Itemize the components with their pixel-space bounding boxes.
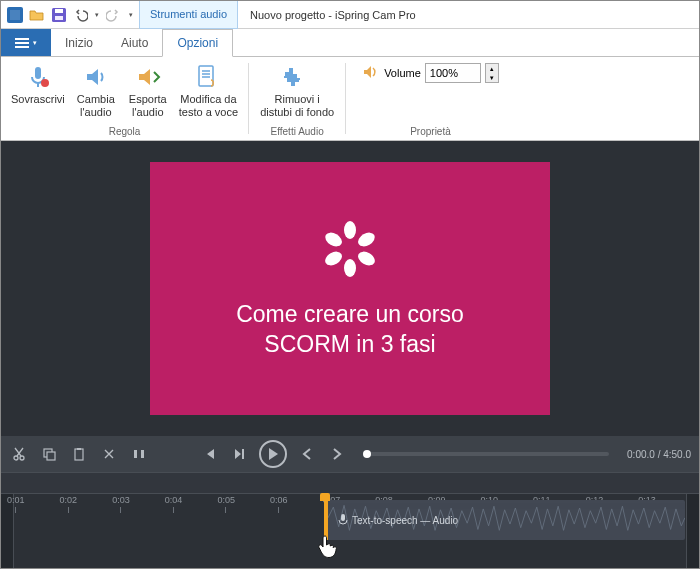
playhead[interactable] [324, 494, 326, 554]
svg-point-14 [356, 248, 378, 267]
time-ruler[interactable]: 0:01 0:02 0:03 0:04 0:05 0:06 0:07 0:08 … [1, 472, 699, 494]
export-audio-button[interactable]: Esporta l'audio [123, 61, 173, 120]
svg-point-19 [20, 456, 24, 460]
svg-rect-7 [15, 46, 29, 48]
svg-point-16 [323, 248, 345, 267]
svg-rect-21 [47, 452, 55, 460]
tab-strip: ▾ Inizio Aiuto Opzioni [1, 29, 699, 57]
redo-icon[interactable] [105, 7, 121, 23]
overwrite-button[interactable]: Sovrascrivi [7, 61, 69, 108]
svg-rect-6 [15, 42, 29, 44]
change-audio-l2: l'audio [80, 106, 111, 119]
slide-text: Come creare un corso SCORM in 3 fasi [236, 300, 464, 360]
titlebar: ▾ ▾ Strumenti audio Nuovo progetto - iSp… [1, 1, 699, 29]
document-tts-icon [197, 63, 219, 91]
save-icon[interactable] [51, 7, 67, 23]
tab-help[interactable]: Aiuto [107, 29, 162, 56]
svg-rect-22 [75, 449, 83, 460]
svg-point-13 [356, 229, 378, 248]
denoise-icon [282, 63, 312, 91]
tts-l1: Modifica da [180, 93, 236, 106]
timeline-tracks: Text-to-speech — Audio [1, 494, 699, 554]
denoise-l1: Rimuovi i [275, 93, 320, 106]
slide-line1: Come creare un corso [236, 300, 464, 330]
svg-point-10 [41, 79, 49, 87]
app-icon [7, 7, 23, 23]
window-title: Nuovo progetto - iSpring Cam Pro [238, 9, 428, 21]
timeline: + 0:01 0:02 0:03 0:04 0:05 0:06 0:07 0:0… [1, 472, 699, 568]
speaker-export-icon [135, 63, 161, 91]
audio-track[interactable]: Text-to-speech — Audio [15, 494, 699, 542]
silence-icon[interactable] [129, 444, 149, 464]
svg-rect-9 [37, 83, 39, 87]
flower-icon [319, 218, 381, 284]
group-label-properties: Proprietà [356, 124, 505, 140]
denoise-l2: distubi di fondo [260, 106, 334, 119]
ribbon: Sovrascrivi Cambia l'audio Esporta l'aud… [1, 57, 699, 141]
export-audio-l2: l'audio [132, 106, 163, 119]
overwrite-label: Sovrascrivi [11, 93, 65, 106]
tab-home[interactable]: Inizio [51, 29, 107, 56]
audio-clip[interactable]: Text-to-speech — Audio [325, 500, 685, 540]
cut-icon[interactable] [9, 444, 29, 464]
skip-start-icon[interactable] [199, 444, 219, 464]
progress-knob[interactable] [363, 450, 371, 458]
volume-icon [362, 64, 380, 82]
svg-rect-5 [15, 38, 29, 40]
list-menu-button[interactable]: ▾ [1, 29, 51, 56]
svg-rect-23 [77, 448, 81, 450]
group-label-adjust: Regola [1, 124, 248, 140]
ribbon-group-properties: Volume ▲▼ Proprietà [346, 57, 515, 140]
undo-icon[interactable] [73, 7, 89, 23]
ribbon-group-adjust: Sovrascrivi Cambia l'audio Esporta l'aud… [1, 57, 248, 140]
svg-rect-25 [141, 450, 144, 458]
paste-icon[interactable] [69, 444, 89, 464]
next-icon[interactable] [327, 444, 347, 464]
svg-point-17 [323, 229, 345, 248]
svg-rect-3 [55, 9, 63, 13]
group-label-effects: Effetti Audio [249, 124, 345, 140]
svg-point-15 [344, 259, 356, 277]
quick-access-toolbar: ▾ ▾ [1, 7, 139, 23]
slide-preview: Come creare un corso SCORM in 3 fasi [150, 162, 550, 415]
svg-rect-11 [199, 66, 213, 86]
svg-point-12 [344, 221, 356, 239]
volume-label: Volume [384, 67, 421, 79]
tab-options[interactable]: Opzioni [162, 29, 233, 57]
preview-area: Come creare un corso SCORM in 3 fasi [1, 141, 699, 436]
clip-label: Text-to-speech — Audio [352, 515, 458, 526]
speaker-swap-icon [83, 63, 109, 91]
svg-rect-8 [35, 67, 41, 79]
progress-bar[interactable] [365, 452, 609, 456]
play-button[interactable] [259, 440, 287, 468]
change-audio-button[interactable]: Cambia l'audio [71, 61, 121, 120]
copy-icon[interactable] [39, 444, 59, 464]
svg-point-18 [14, 456, 18, 460]
svg-rect-1 [10, 10, 20, 20]
microphone-icon [25, 63, 51, 91]
text-to-speech-button[interactable]: Modifica da testo a voce [175, 61, 242, 120]
svg-rect-4 [55, 16, 63, 20]
step-forward-icon[interactable] [229, 444, 249, 464]
svg-rect-24 [134, 450, 137, 458]
time-display: 0:00.0 / 4:50.0 [627, 449, 691, 460]
ribbon-group-effects: Rimuovi i distubi di fondo Effetti Audio [249, 57, 345, 140]
volume-spinner[interactable]: ▲▼ [485, 63, 499, 83]
qat-dropdown-icon[interactable]: ▾ [129, 11, 133, 19]
open-icon[interactable] [29, 7, 45, 23]
denoise-button[interactable]: Rimuovi i distubi di fondo [255, 61, 339, 120]
prev-icon[interactable] [297, 444, 317, 464]
slide-line2: SCORM in 3 fasi [236, 330, 464, 360]
tts-l2: testo a voce [179, 106, 238, 119]
export-audio-l1: Esporta [129, 93, 167, 106]
volume-input[interactable] [425, 63, 481, 83]
context-tab-audio-tools[interactable]: Strumenti audio [139, 1, 238, 29]
change-audio-l1: Cambia [77, 93, 115, 106]
undo-dropdown-icon[interactable]: ▾ [95, 11, 99, 19]
trim-icon[interactable] [99, 444, 119, 464]
playback-bar: 0:00.0 / 4:50.0 [1, 436, 699, 472]
